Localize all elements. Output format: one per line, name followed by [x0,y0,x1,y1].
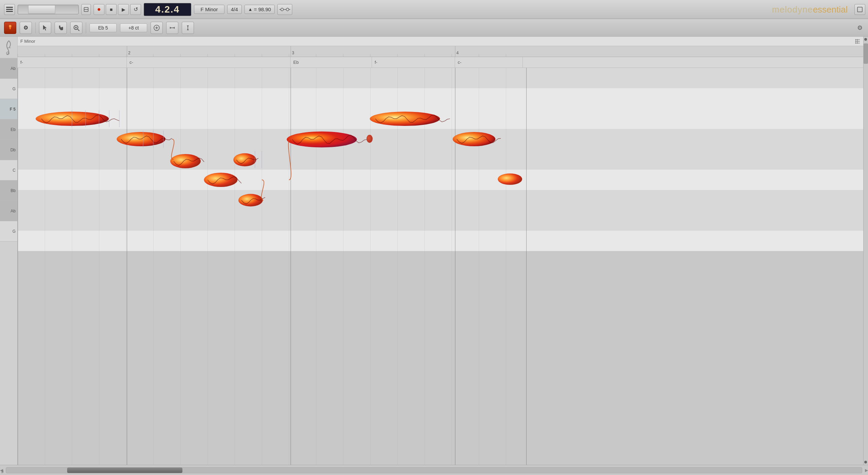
scroll-options-button[interactable] [81,4,91,15]
tempo-triangle-icon: ▲ [248,7,253,12]
formant-tool-button[interactable] [166,22,178,34]
svg-marker-21 [173,27,175,29]
scroll-right-button[interactable]: ▶ [865,468,868,473]
logo-melodyne-text: melodyne [772,4,813,15]
piano-keyboard: AbGF 5EbDbCBbAbG [0,37,18,465]
grid-row-6 [18,190,863,210]
piano-key-bb[interactable]: Bb [0,180,17,201]
main-editor-area: AbGF 5EbDbCBbAbG F Minor 234 f-c-Eb [0,37,868,465]
ruler-marker-2: 2 [128,51,131,55]
maximize-button[interactable] [854,4,865,15]
key-header-bar: f-c-Ebf-c- [18,57,863,68]
grid-row-1 [18,88,863,109]
svg-rect-2 [6,11,13,12]
note-display: Eb 5 [90,23,117,32]
grid-row-7 [18,210,863,231]
bar-line [291,68,291,465]
transport-controls: ● ■ ▶ ↺ [94,4,141,15]
svg-marker-20 [170,27,171,29]
key-section-f-: f- [372,57,455,68]
bar-line [526,68,527,465]
scroll-position-bar[interactable] [18,5,79,14]
bar-line [127,68,127,465]
timeline-ruler[interactable]: 234 [18,46,863,57]
toolbar-separator [35,22,36,33]
pitch-offset-display: +8 ct [120,23,147,32]
horizontal-scrollbar-thumb[interactable] [67,468,182,473]
stop-button[interactable]: ■ [106,4,117,15]
piano-key-f-5[interactable]: F 5 [0,99,17,119]
grid-settings-button[interactable] [277,4,292,15]
record-button[interactable]: ● [94,4,104,15]
section-header: F Minor [18,37,863,46]
menu-button[interactable] [4,4,15,15]
piano-rows: AbGF 5EbDbCBbAbG [0,58,17,242]
piano-key-c[interactable]: C [0,160,17,180]
key-section-c-: c- [455,57,523,68]
key-section-f-: f- [18,57,127,68]
tempo-display[interactable]: ▲ = 98.90 [244,5,275,14]
pitch-tool-button[interactable] [151,22,163,34]
top-toolbar: ● ■ ▶ ↺ 4.2.4 F Minor 4/4 ▲ = 98.90 melo… [0,0,868,19]
settings-tool-button[interactable]: ⚙ [20,22,32,34]
section-key-label: F Minor [20,39,35,44]
svg-rect-10 [857,7,862,12]
piano-key-ab[interactable]: Ab [0,58,17,79]
zoom-tool-button[interactable] [70,22,82,34]
app-logo: melodyne essential [772,4,848,15]
svg-point-11 [9,25,12,27]
amplitude-tool-button[interactable] [182,22,194,34]
time-signature-display[interactable]: 4/4 [227,5,242,14]
ruler-marker-4: 4 [456,51,459,55]
piano-key-ab[interactable]: Ab [0,201,17,221]
grid-area[interactable] [18,68,863,465]
loop-button[interactable]: ↺ [130,4,141,15]
scrollbar-thumb[interactable] [864,43,868,64]
position-display: 4.2.4 [144,3,191,16]
bottom-scrollbar-area: ◀ ▶ # [0,465,868,475]
horizontal-scrollbar[interactable] [6,467,862,473]
svg-marker-23 [187,25,189,27]
vertical-scrollbar[interactable] [863,37,868,465]
grid-row-4 [18,149,863,170]
key-section-c-: c- [127,57,291,68]
svg-rect-1 [6,9,13,10]
grid-row-3 [18,129,863,149]
grid-row-8 [18,231,863,251]
section-icons [854,38,861,44]
logo-essential-text: essential [813,4,848,15]
scroll-bottom-indicator [864,461,867,463]
editor-content-area: F Minor 234 f-c-Ebf-c- [18,37,863,465]
bottom-hash-icon: # [1,470,4,474]
piano-key-g[interactable]: G [0,79,17,99]
svg-point-5 [281,8,283,11]
piano-key-g[interactable]: G [0,221,17,242]
svg-rect-0 [6,7,13,8]
section-icon [854,38,861,44]
ruler-marker-3: 3 [292,51,294,55]
key-display[interactable]: F Minor [194,5,224,14]
svg-marker-24 [187,29,189,30]
key-section-Eb: Eb [291,57,372,68]
play-button[interactable]: ▶ [118,4,129,15]
grid-row-5 [18,170,863,190]
second-toolbar: ⚙ Eb 5 +8 ct [0,19,868,37]
bar-line [455,68,455,465]
scroll-top-indicator [864,38,867,41]
svg-point-6 [286,8,289,11]
main-tool-button[interactable] [4,22,16,34]
piano-key-eb[interactable]: Eb [0,119,17,140]
settings-button[interactable]: ⚙ [854,22,865,33]
grid-row-0 [18,68,863,88]
svg-line-13 [78,29,79,31]
toolbar-separator-2 [86,22,86,33]
hand-tool-button[interactable] [55,22,67,34]
tempo-value: = 98.90 [254,6,271,12]
clef-header [0,37,17,58]
select-tool-button[interactable] [39,22,51,34]
piano-key-db[interactable]: Db [0,140,17,160]
grid-row-2 [18,109,863,129]
